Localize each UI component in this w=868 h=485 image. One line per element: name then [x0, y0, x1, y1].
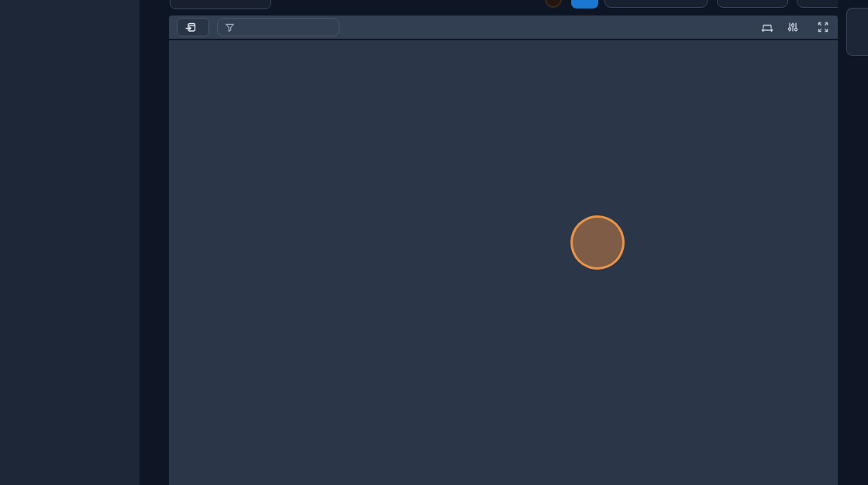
planner-grid [169, 40, 838, 485]
click-indicator [570, 215, 625, 270]
months-zoom-tab[interactable] [846, 8, 868, 56]
filter-funnel-icon [225, 22, 235, 33]
fullscreen-button[interactable] [818, 22, 828, 33]
partial-header-button-1[interactable] [604, 0, 708, 8]
partial-header-button-2[interactable] [717, 0, 788, 8]
today-button[interactable] [177, 18, 209, 36]
right-gutter [838, 0, 868, 485]
partial-primary-button[interactable] [571, 0, 598, 9]
calendar-today-icon [185, 22, 196, 33]
planner-toolbar [169, 15, 838, 39]
fit-width-button[interactable] [761, 22, 773, 33]
sliders-icon [787, 22, 798, 33]
filter-input[interactable] [217, 18, 339, 36]
sidebar [0, 0, 140, 485]
display-settings-button[interactable] [787, 22, 804, 33]
partial-search-box[interactable] [170, 0, 271, 9]
user-avatar[interactable] [545, 0, 562, 8]
